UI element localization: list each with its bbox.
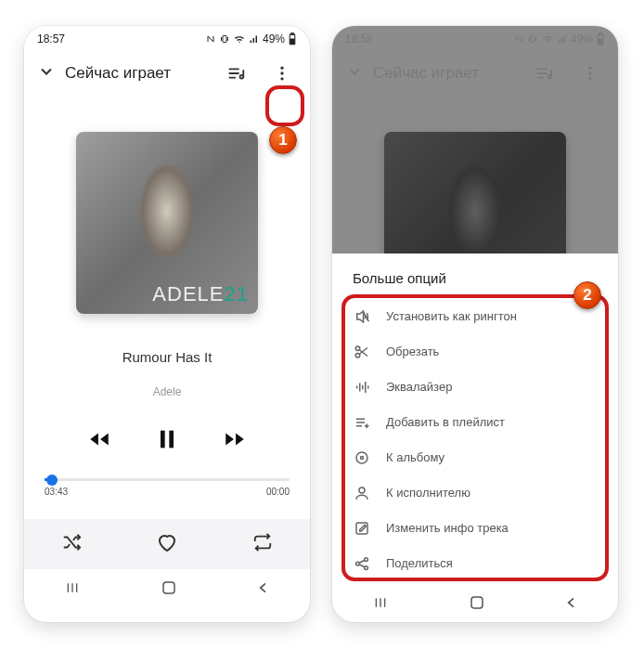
status-time: 18:57 <box>37 32 65 46</box>
menu-item-disc[interactable]: К альбому <box>353 440 598 475</box>
svg-point-22 <box>356 452 367 463</box>
time-elapsed: 03:43 <box>45 487 68 497</box>
svg-point-5 <box>280 67 283 70</box>
album-art-container: ADELE21 <box>24 95 310 314</box>
volume-off-icon <box>353 308 371 325</box>
svg-point-20 <box>355 346 360 351</box>
svg-point-7 <box>280 77 283 80</box>
status-right: 49% <box>205 32 297 46</box>
svg-point-23 <box>361 456 364 459</box>
menu-item-label: К исполнителю <box>386 486 470 500</box>
wifi-icon <box>233 33 246 45</box>
scissors-icon <box>353 344 371 360</box>
vibrate-icon <box>219 33 230 45</box>
svg-rect-2 <box>291 33 294 34</box>
menu-item-label: Эквалайзер <box>386 380 452 394</box>
menu-item-volume-off[interactable]: Установить как рингтон <box>353 299 598 334</box>
svg-rect-8 <box>161 431 165 448</box>
track-title: Rumour Has It <box>24 349 310 365</box>
battery-text: 49% <box>263 32 285 46</box>
signal-icon <box>249 33 260 45</box>
bottom-actions <box>24 519 310 569</box>
svg-point-21 <box>355 353 360 358</box>
home-button[interactable] <box>161 579 177 600</box>
next-button[interactable] <box>223 427 247 455</box>
menu-item-scissors[interactable]: Обрезать <box>353 334 598 370</box>
album-art[interactable]: ADELE21 <box>76 132 258 314</box>
svg-rect-9 <box>169 431 174 448</box>
disc-icon <box>353 449 371 466</box>
seek-bar[interactable] <box>45 478 290 481</box>
options-menu: Установить как рингтонОбрезатьЭквалайзер… <box>353 299 598 581</box>
menu-item-label: Поделиться <box>386 556 453 570</box>
header-title: Сейчас играет <box>65 64 208 83</box>
phone-left: 18:57 49% Сейчас играет ADELE21 Rumour H… <box>24 26 310 622</box>
share-icon <box>353 555 371 572</box>
menu-item-edit[interactable]: Изменить инфо трека <box>353 511 598 546</box>
svg-rect-10 <box>163 582 174 593</box>
menu-item-label: Изменить инфо трека <box>386 521 509 535</box>
svg-rect-29 <box>471 597 483 608</box>
home-button[interactable] <box>469 594 485 615</box>
recents-button[interactable] <box>371 595 390 614</box>
favorite-button[interactable] <box>156 531 178 557</box>
menu-item-person[interactable]: К исполнителю <box>353 475 598 511</box>
back-button[interactable] <box>564 595 579 614</box>
options-sheet: Больше опций Установить как рингтонОбрез… <box>332 254 618 587</box>
repeat-button[interactable] <box>252 532 273 556</box>
sheet-title: Больше опций <box>353 270 598 286</box>
svg-rect-3 <box>290 39 294 44</box>
more-button[interactable] <box>264 55 301 92</box>
chevron-down-icon[interactable] <box>37 62 56 84</box>
phone-right: 18:58 49% Сейчас играет <box>332 26 618 622</box>
person-icon <box>353 485 371 501</box>
svg-rect-0 <box>223 36 226 43</box>
android-navbar <box>24 569 310 608</box>
menu-item-equalizer[interactable]: Эквалайзер <box>353 370 598 405</box>
nfc-icon <box>205 33 216 45</box>
progress-area: 03:43 00:00 <box>24 478 310 497</box>
prev-button[interactable] <box>87 427 111 455</box>
svg-point-24 <box>359 488 365 493</box>
android-navbar <box>332 587 618 622</box>
recents-button[interactable] <box>63 580 82 599</box>
playlist-add-icon <box>353 414 371 431</box>
now-playing-header: Сейчас играет <box>24 52 310 95</box>
shuffle-button[interactable] <box>61 532 82 556</box>
badge-1: 1 <box>269 126 297 154</box>
menu-item-label: Обрезать <box>386 344 439 358</box>
menu-item-label: Добавить в плейлист <box>386 415 505 429</box>
edit-icon <box>353 520 371 537</box>
dim-overlay[interactable] <box>332 26 618 254</box>
status-bar: 18:57 49% <box>24 26 310 52</box>
menu-item-label: Установить как рингтон <box>386 309 517 323</box>
menu-item-playlist-add[interactable]: Добавить в плейлист <box>353 405 598 440</box>
badge-2: 2 <box>573 281 601 309</box>
track-artist: Adele <box>24 385 310 398</box>
back-button[interactable] <box>256 580 271 599</box>
album-art-text: ADELE21 <box>152 282 249 306</box>
battery-icon <box>288 32 297 46</box>
time-total: 00:00 <box>266 487 290 497</box>
equalizer-icon <box>353 379 371 396</box>
playback-controls <box>24 426 310 456</box>
play-pause-button[interactable] <box>154 426 180 456</box>
svg-point-6 <box>280 72 283 74</box>
queue-button[interactable] <box>217 55 254 92</box>
menu-item-share[interactable]: Поделиться <box>353 546 598 581</box>
menu-item-label: К альбому <box>386 450 444 464</box>
